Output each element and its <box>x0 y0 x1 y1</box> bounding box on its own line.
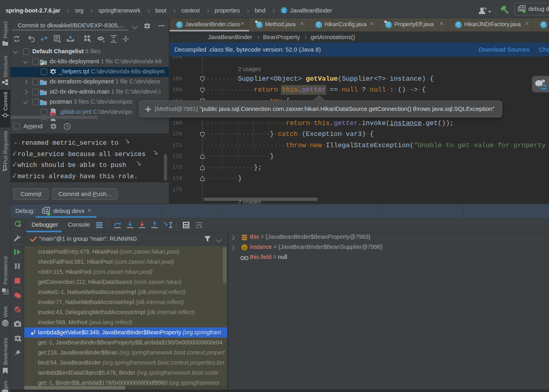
svg-text:YML: YML <box>50 113 56 115</box>
svg-text:C: C <box>282 8 285 13</box>
svg-text:p: p <box>243 245 245 250</box>
